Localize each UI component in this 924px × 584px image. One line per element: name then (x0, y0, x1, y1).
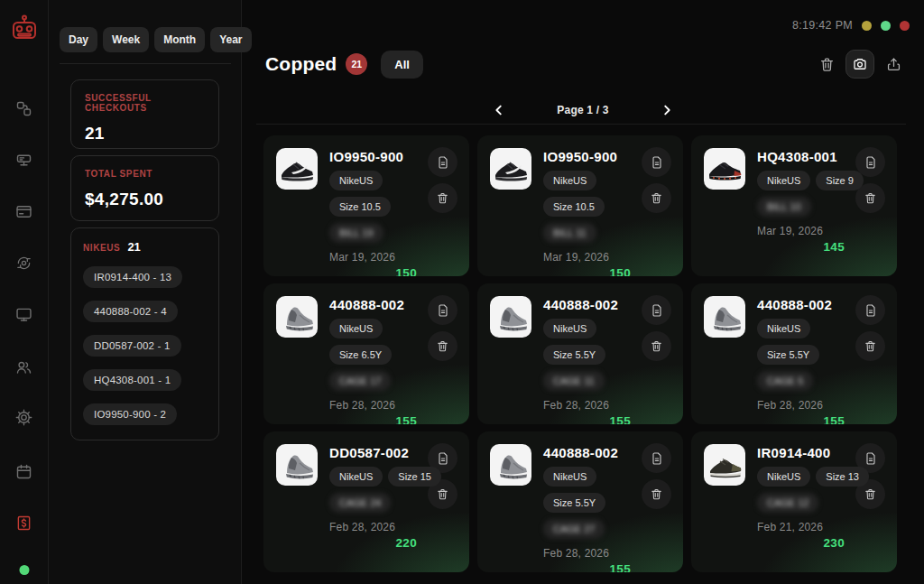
detail-tag: Size 6.5Y (329, 345, 392, 365)
stat-label: TOTAL SPENT (85, 169, 205, 179)
range-button-day[interactable]: Day (60, 27, 97, 52)
range-button-week[interactable]: Week (103, 27, 149, 52)
document-icon (864, 155, 878, 170)
detail-tag: Size 10.5 (543, 197, 605, 217)
export-button[interactable] (879, 50, 908, 79)
profile-tag: CAGE 17 (329, 371, 391, 391)
range-button-year[interactable]: Year (210, 27, 251, 52)
document-icon (436, 451, 450, 466)
trash-icon (650, 339, 663, 353)
site-count: 21 (127, 240, 140, 254)
tag-row: BILL 19 (329, 223, 422, 243)
document-icon (650, 451, 664, 466)
trash-icon (864, 487, 877, 501)
checkout-card: 440888-002 NikeUSSize 5.5YCAGE 11 Feb 28… (477, 283, 683, 424)
profile-tag: CAGE 11 (543, 371, 605, 391)
order-details-button[interactable] (642, 443, 671, 473)
order-details-button[interactable] (428, 295, 457, 325)
detail-tag: Size 5.5Y (543, 493, 605, 513)
sku-count-pill[interactable]: HQ4308-001 - 1 (83, 369, 181, 391)
delete-checkout-button[interactable] (642, 479, 671, 509)
profile-tag: BILL 11 (543, 223, 596, 243)
profile-tag: BILL 10 (757, 197, 811, 217)
sidebar-item-calendar[interactable] (9, 456, 40, 487)
main-content: 8:19:42 PM Copped 21 All (242, 0, 924, 584)
card-body: 440888-002 NikeUSSize 5.5YCAGE 11 Feb 28… (543, 297, 636, 424)
tag-row: BILL 11 (543, 223, 636, 243)
profile-tag: CAGE 27 (543, 519, 605, 539)
upload-icon (885, 56, 902, 73)
checkout-price: 150 (543, 266, 636, 276)
order-details-button[interactable] (642, 295, 671, 325)
card-body: HQ4308-001 NikeUSSize 9BILL 10 Mar 19, 2… (757, 149, 850, 254)
sidebar-item-monitors[interactable] (9, 299, 40, 329)
sku-count-pill[interactable]: 440888-002 - 4 (83, 301, 178, 322)
sidebar-item-automation[interactable] (9, 247, 40, 278)
delete-checkout-button[interactable] (642, 183, 671, 213)
product-sku: IO9950-900 (543, 149, 636, 164)
receipt-dollar-icon (14, 514, 33, 533)
detail-tag: NikeUS (757, 467, 810, 487)
tag-row: BILL 10 (757, 197, 850, 217)
sku-count-pill[interactable]: IO9950-900 - 2 (83, 403, 177, 425)
robot-logo-icon[interactable] (5, 11, 43, 49)
sidebar-item-checkouts[interactable] (9, 507, 40, 538)
tag-row: NikeUS (329, 171, 422, 190)
screenshot-button[interactable] (845, 50, 874, 79)
product-image (490, 296, 531, 338)
card-body: DD0587-002 NikeUSSize 15CAGE 24 Feb 28, … (329, 445, 422, 550)
checkout-card: IR0914-400 NikeUSSize 13CAGE 12 Feb 21, … (691, 431, 897, 572)
checkout-card: 440888-002 NikeUSSize 6.5YCAGE 17 Feb 28… (263, 283, 469, 424)
delete-checkout-button[interactable] (642, 331, 671, 361)
checkout-price: 155 (329, 414, 422, 424)
checkout-date: Feb 28, 2026 (543, 399, 636, 412)
checkout-date: Feb 28, 2026 (757, 399, 850, 412)
detail-tag: NikeUS (543, 319, 596, 338)
order-details-button[interactable] (642, 147, 671, 177)
order-details-button[interactable] (428, 147, 457, 177)
checkout-grid: IO9950-900 NikeUSSize 10.5BILL 19 Mar 19… (263, 135, 897, 572)
checkout-date: Feb 21, 2026 (757, 521, 850, 533)
order-details-button[interactable] (855, 295, 885, 325)
product-sku: 440888-002 (757, 297, 850, 312)
sidebar-item-accounts[interactable] (9, 351, 40, 382)
sku-count-pill[interactable]: DD0587-002 - 1 (83, 335, 181, 357)
tag-row: NikeUSSize 9 (757, 171, 850, 190)
status-dot-red (900, 21, 910, 31)
card-body: IO9950-900 NikeUSSize 10.5BILL 11 Mar 19… (543, 149, 636, 276)
tag-rows: NikeUSSize 6.5YCAGE 17 (329, 319, 422, 391)
delete-all-button[interactable] (812, 50, 841, 79)
stat-card-successful-checkouts: SUCCESSFUL CHECKOUTS 21 (70, 79, 219, 149)
checkout-date: Mar 19, 2026 (757, 225, 850, 237)
detail-tag: NikeUS (757, 319, 810, 338)
sidebar-item-proxies[interactable] (9, 144, 40, 175)
delete-checkout-button[interactable] (428, 331, 457, 361)
delete-checkout-button[interactable] (428, 183, 457, 213)
workflow-icon (14, 99, 33, 118)
delete-checkout-button[interactable] (855, 331, 885, 361)
sidebar-item-settings[interactable] (9, 402, 40, 432)
stat-value: 21 (85, 124, 205, 144)
previous-page-button[interactable] (488, 99, 510, 121)
tag-row: CAGE 24 (329, 493, 422, 513)
sidebar-item-billing[interactable] (9, 196, 40, 227)
checkout-date: Mar 19, 2026 (329, 251, 422, 264)
sku-count-pill[interactable]: IR0914-400 - 13 (83, 266, 182, 288)
tag-row: Size 5.5Y (757, 345, 850, 365)
checkout-price: 155 (757, 414, 850, 424)
card-body: 440888-002 NikeUSSize 5.5YCAGE 27 Feb 28… (543, 445, 636, 572)
product-image (704, 444, 745, 486)
next-page-button[interactable] (656, 99, 678, 121)
tag-row: NikeUS (543, 171, 636, 190)
stat-value: $4,275.00 (85, 190, 205, 209)
checkout-date: Feb 28, 2026 (329, 521, 422, 533)
product-image (490, 444, 531, 486)
trash-icon (864, 191, 877, 205)
product-sku: 440888-002 (329, 297, 422, 312)
tag-row: Size 10.5 (543, 197, 636, 217)
filter-all-button[interactable]: All (381, 51, 423, 79)
sidebar-item-workflows[interactable] (9, 93, 40, 124)
range-button-month[interactable]: Month (154, 27, 205, 52)
shoe-artwork (493, 151, 529, 187)
product-sku: 440888-002 (543, 297, 636, 312)
